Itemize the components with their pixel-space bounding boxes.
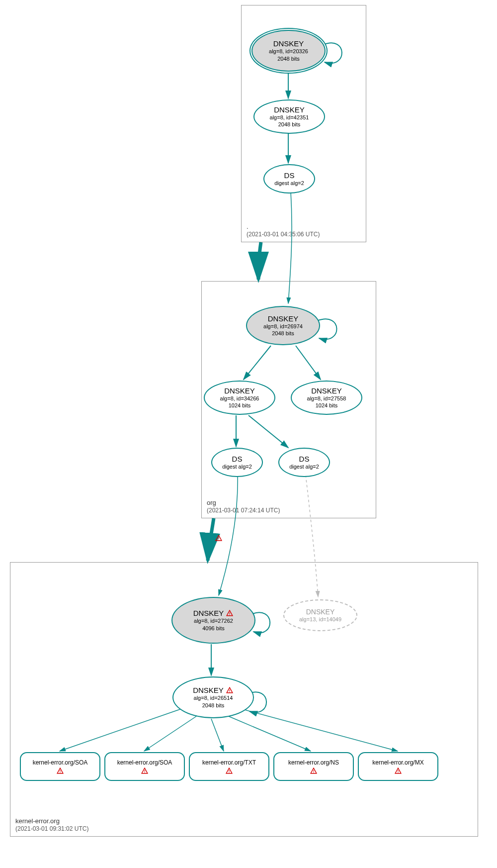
svg-rect-6 (60, 770, 60, 772)
node-sub: digest alg=2 (222, 463, 252, 470)
node-sub: alg=8, id=26514 (194, 694, 233, 701)
node-sub: alg=8, id=20326 (269, 48, 308, 55)
ds-node: DS digest alg=2 (211, 448, 263, 477)
node-sub: alg=8, id=27262 (194, 617, 233, 624)
dnskey-node: DNSKEY alg=8, id=26974 2048 bits (246, 306, 320, 345)
node-sub: 1024 bits (316, 402, 338, 409)
node-title: DNSKEY (193, 686, 234, 694)
node-sub: digest alg=2 (289, 463, 319, 470)
warning-icon (141, 768, 149, 774)
dnskey-node-ghost: DNSKEY alg=13, id=14049 (283, 599, 357, 631)
svg-rect-9 (144, 772, 145, 772)
warning-icon (225, 768, 233, 774)
warning-icon (226, 687, 234, 694)
node-sub: 1024 bits (229, 402, 251, 409)
node-title: DS (232, 455, 243, 463)
rr-node: kernel-error.org/SOA (20, 752, 100, 781)
node-title: DNSKEY (273, 39, 304, 48)
rr-node: kernel-error.org/SOA (104, 752, 185, 781)
node-sub: 2048 bits (278, 121, 301, 128)
zone-timestamp: (2021-03-01 04:35:06 UTC) (247, 231, 320, 238)
node-title: DS (299, 455, 310, 463)
node-title: DNSKEY (306, 608, 335, 616)
ds-node: DS digest alg=2 (263, 164, 315, 193)
node-title: DNSKEY (193, 609, 234, 617)
svg-rect-8 (144, 770, 145, 772)
rr-label: kernel-error.org/NS (288, 759, 339, 766)
node-sub: alg=8, id=34266 (220, 395, 259, 402)
rr-label: kernel-error.org/MX (372, 759, 423, 766)
svg-rect-13 (313, 772, 314, 772)
svg-rect-14 (398, 770, 398, 772)
warning-icon (56, 768, 64, 774)
warning-icon (394, 768, 402, 774)
svg-rect-7 (60, 772, 60, 772)
node-sub: alg=8, id=26974 (263, 323, 303, 330)
node-sub: 2048 bits (202, 702, 225, 709)
node-sub: digest alg=2 (274, 180, 304, 187)
svg-rect-11 (229, 772, 229, 772)
ds-node: DS digest alg=2 (278, 448, 330, 477)
dnskey-node: DNSKEY alg=8, id=27262 4096 bits (171, 597, 255, 644)
svg-rect-0 (218, 537, 219, 539)
node-title: DNSKEY (274, 105, 305, 114)
dnskey-node: DNSKEY alg=8, id=20326 2048 bits (251, 30, 326, 72)
warning-icon (310, 768, 318, 774)
node-sub: 4096 bits (202, 625, 225, 632)
dnskey-node: DNSKEY alg=8, id=42351 2048 bits (253, 99, 325, 134)
zone-label: . (247, 223, 248, 230)
warning-icon (215, 535, 223, 542)
rr-node: kernel-error.org/NS (273, 752, 354, 781)
node-title: DS (284, 171, 295, 180)
svg-rect-1 (218, 539, 219, 540)
node-sub: alg=8, id=42351 (270, 114, 309, 121)
zone-timestamp: (2021-03-01 09:31:02 UTC) (15, 825, 88, 832)
node-title: DNSKEY (311, 386, 342, 395)
dnskey-node: DNSKEY alg=8, id=26514 2048 bits (172, 676, 254, 718)
rr-label: kernel-error.org/SOA (117, 759, 172, 766)
zone-label: kernel-error.org (15, 817, 60, 825)
svg-rect-12 (313, 770, 314, 772)
rr-label: kernel-error.org/SOA (33, 759, 88, 766)
rr-label: kernel-error.org/TXT (202, 759, 256, 766)
zone-label: org (207, 499, 216, 506)
zone-timestamp: (2021-03-01 07:24:14 UTC) (207, 507, 280, 514)
svg-rect-15 (398, 772, 398, 772)
dnskey-node: DNSKEY alg=8, id=34266 1024 bits (204, 381, 275, 415)
svg-rect-10 (229, 770, 229, 772)
dnskey-node: DNSKEY alg=8, id=27558 1024 bits (291, 381, 362, 415)
svg-rect-3 (230, 614, 230, 615)
node-sub: 2048 bits (272, 330, 294, 337)
node-sub: alg=8, id=27558 (307, 395, 346, 402)
node-sub: 2048 bits (277, 55, 300, 62)
rr-node: kernel-error.org/MX (358, 752, 438, 781)
node-title: DNSKEY (224, 386, 255, 395)
warning-icon (226, 610, 234, 617)
node-title: DNSKEY (268, 314, 299, 323)
rr-node: kernel-error.org/TXT (189, 752, 269, 781)
svg-rect-5 (229, 691, 230, 692)
node-sub: alg=13, id=14049 (299, 616, 341, 623)
svg-rect-2 (230, 612, 230, 614)
svg-rect-4 (229, 689, 230, 691)
